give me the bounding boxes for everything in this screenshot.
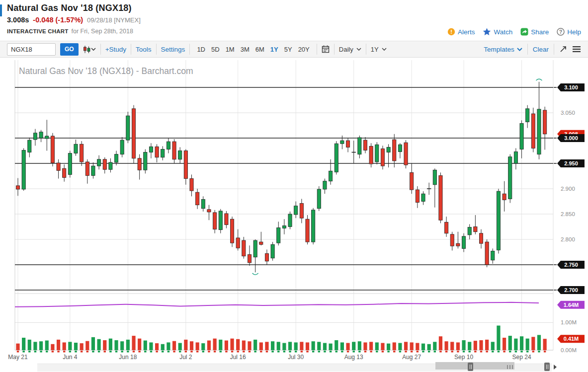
candlestick-icon: [83, 45, 91, 54]
svg-text:3.000: 3.000: [564, 135, 578, 141]
range-1d[interactable]: 1D: [194, 45, 208, 54]
svg-text:1.00M: 1.00M: [561, 319, 577, 325]
svg-text:Natural Gas Nov '18 (NGX18) -: Natural Gas Nov '18 (NGX18) - Barchart.c…: [19, 66, 193, 76]
svg-text:2.950: 2.950: [564, 160, 578, 166]
range-dropdown-label: 1Y: [371, 46, 379, 53]
frequency-label: Daily: [339, 46, 353, 53]
open-interest-line: [15, 302, 539, 307]
scrollbar-left-handle[interactable]: [468, 363, 473, 371]
chart-watermark: Natural Gas Nov '18 (NGX18) - Barchart.c…: [19, 66, 193, 76]
toolbar-divider: [334, 44, 335, 55]
svg-text:Aug 13: Aug 13: [344, 354, 363, 361]
alerts-link[interactable]: !Alerts: [447, 28, 475, 36]
range-1m[interactable]: 1M: [223, 45, 237, 54]
page-title: Natural Gas Nov '18 (NGX18): [7, 3, 132, 13]
scrollbar-right-handle[interactable]: [544, 363, 550, 371]
toolbar-divider: [366, 44, 366, 55]
price-change: -0.048 (-1.57%): [33, 16, 83, 24]
section-row: INTERACTIVE CHART for Fri, Sep 28th, 201…: [7, 28, 133, 35]
chart-scrollbar: [0, 362, 588, 372]
x-axis-candle-ticks: [17, 351, 546, 353]
add-study-button[interactable]: +Study: [105, 46, 126, 53]
chevron-down-icon: [91, 48, 96, 51]
svg-text:2.700: 2.700: [564, 287, 578, 293]
toolbar-divider: [100, 44, 101, 55]
svg-text:Jul 30: Jul 30: [288, 354, 304, 361]
star-icon: [483, 28, 491, 36]
range-3m[interactable]: 3M: [238, 45, 252, 54]
price-chart-canvas[interactable]: Natural Gas Nov '18 (NGX18) - Barchart.c…: [0, 59, 588, 372]
range-buttons: 1D5D1M3M6M1Y5Y20Y: [194, 45, 312, 54]
quote-row: 3.008s -0.048 (-1.57%) 09/28/18 [NYMEX]: [7, 16, 141, 24]
link-label: Share: [531, 28, 549, 36]
expand-chart-button[interactable]: [559, 45, 567, 53]
svg-text:Jun 4: Jun 4: [63, 354, 78, 361]
chevron-down-icon: [356, 48, 361, 51]
scrollbar-selected-range[interactable]: [435, 362, 514, 370]
svg-text:2.900: 2.900: [561, 186, 575, 192]
clear-button[interactable]: Clear: [533, 46, 549, 53]
range-5y[interactable]: 5Y: [282, 45, 295, 54]
svg-text:0.00M: 0.00M: [561, 347, 577, 353]
svg-text:1.64M: 1.64M: [564, 302, 579, 308]
range-1y[interactable]: 1Y: [268, 45, 281, 54]
svg-text:2.850: 2.850: [561, 211, 575, 217]
alert-icon: !: [447, 28, 455, 36]
toolbar-divider: [527, 44, 528, 55]
svg-text:!: !: [450, 29, 452, 35]
session-info: 09/28/18 [NYMEX]: [87, 16, 141, 24]
svg-text:Sep 10: Sep 10: [454, 354, 473, 361]
svg-text:?: ?: [559, 29, 562, 35]
svg-text:Sep 24: Sep 24: [512, 354, 531, 361]
hamburger-menu-icon: [572, 46, 581, 53]
toolbar-divider: [189, 44, 190, 55]
templates-dropdown[interactable]: Templates: [484, 46, 522, 53]
settings-button[interactable]: Settings: [161, 46, 185, 53]
range-dropdown[interactable]: 1Y: [371, 46, 387, 53]
scrollbar-right-arrow[interactable]: [554, 365, 557, 370]
grid-lines: [15, 60, 557, 350]
range-6m[interactable]: 6M: [253, 45, 267, 54]
title-accent-bar: [0, 4, 2, 16]
symbol-input[interactable]: [7, 43, 56, 56]
section-date: for Fri, Sep 28th, 2018: [72, 28, 133, 35]
svg-text:0.41M: 0.41M: [564, 336, 579, 342]
calendar-button[interactable]: [322, 45, 330, 53]
svg-text:Jul 2: Jul 2: [179, 354, 192, 361]
link-label: Alerts: [458, 28, 475, 36]
interactive-chart-page: Natural Gas Nov '18 (NGX18) 3.008s -0.04…: [0, 0, 588, 372]
help-icon: ?: [557, 28, 565, 36]
expand-arrow-icon: [559, 45, 567, 53]
toolbar-divider: [317, 44, 317, 55]
svg-text:3.100: 3.100: [564, 84, 578, 90]
svg-text:Jun 18: Jun 18: [119, 354, 137, 361]
y-axis-tags: 3.0502.9002.8502.8003.0083.1003.0002.950…: [557, 83, 585, 353]
chart-type-dropdown[interactable]: [83, 45, 96, 54]
svg-text:2.800: 2.800: [561, 236, 575, 242]
section-label: INTERACTIVE CHART: [7, 28, 69, 34]
chart-toolbar: GO +Study Tools Settings 1D5D1M3M6M1Y5Y2…: [0, 41, 588, 58]
svg-text:Jul 16: Jul 16: [230, 354, 246, 361]
toolbar-divider: [131, 44, 131, 55]
chevron-down-icon: [517, 48, 522, 51]
range-20y[interactable]: 20Y: [296, 45, 312, 54]
help-link[interactable]: ?Help: [557, 28, 581, 36]
chart-menu-button[interactable]: [572, 46, 581, 53]
calendar-icon: [322, 45, 330, 53]
chevron-down-icon: [382, 48, 387, 51]
svg-text:2.750: 2.750: [564, 262, 578, 268]
share-icon: [520, 28, 528, 36]
volume-series[interactable]: [16, 326, 546, 350]
toolbar-divider: [554, 44, 554, 55]
go-button[interactable]: GO: [60, 43, 79, 56]
candlestick-series[interactable]: [16, 82, 546, 273]
watch-link[interactable]: Watch: [483, 28, 512, 36]
scrollbar-grip[interactable]: [507, 365, 513, 369]
range-5d[interactable]: 5D: [209, 45, 222, 54]
x-axis-labels: May 21Jun 4Jun 18Jul 2Jul 16Jul 30Aug 13…: [8, 354, 531, 361]
link-label: Help: [567, 28, 581, 36]
share-link[interactable]: Share: [520, 28, 549, 36]
tools-button[interactable]: Tools: [136, 46, 152, 53]
svg-text:May 21: May 21: [8, 354, 28, 361]
frequency-dropdown[interactable]: Daily: [339, 46, 361, 53]
